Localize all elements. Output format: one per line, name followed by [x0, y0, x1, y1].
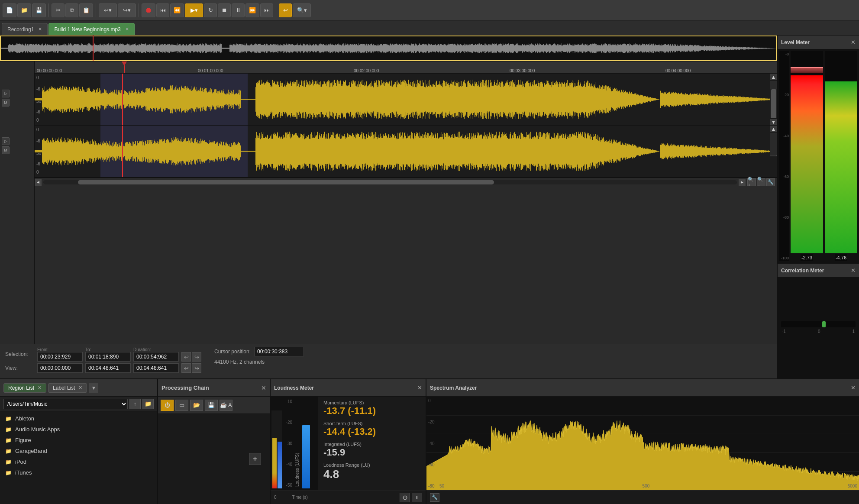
- level-value-right: -4.76: [835, 254, 847, 261]
- spectrum-tool-btn[interactable]: 🔧: [430, 493, 439, 502]
- scroll-up-bot[interactable]: ▲: [770, 126, 777, 132]
- zoom-out-h[interactable]: 🔍−: [757, 178, 765, 186]
- file-item-ableton[interactable]: 📁 Ableton: [0, 413, 157, 424]
- proc-close[interactable]: ✕: [261, 384, 266, 391]
- proc-save-btn[interactable]: 💾: [205, 400, 218, 411]
- cut-button[interactable]: ✂: [52, 3, 65, 17]
- track-mute-button-2[interactable]: M: [2, 146, 10, 154]
- save-button[interactable]: 💾: [32, 3, 46, 17]
- redo-sel-btn[interactable]: ↪: [192, 352, 201, 362]
- track-mute-button[interactable]: M: [2, 99, 10, 107]
- h-scrollbar-area: ◄ ► 🔍+ 🔍− 🔧: [35, 178, 777, 186]
- file-item-garageband[interactable]: 📁 GarageBand: [0, 446, 157, 456]
- correlation-meter-close[interactable]: ✕: [851, 267, 856, 274]
- path-folder-btn[interactable]: 📁: [142, 399, 154, 409]
- metric-momentary-value: -13.7 (-11.1): [323, 405, 420, 417]
- ruler-mark-4: 00:04:00:000: [665, 68, 691, 73]
- open-button[interactable]: 📁: [17, 3, 31, 17]
- level-value-left: -2.73: [801, 254, 813, 261]
- track-scrollbar-v-bot[interactable]: ▲: [770, 126, 777, 155]
- waveform-overview[interactable]: [0, 36, 777, 61]
- ruler-mark-3: 00:03:00:000: [510, 68, 535, 73]
- from-input[interactable]: 00:00:23:929: [37, 352, 83, 362]
- level-meter-close[interactable]: ✕: [851, 39, 856, 45]
- to-input[interactable]: 00:01:18:890: [85, 352, 131, 362]
- new-button[interactable]: 📄: [3, 3, 16, 17]
- h-scroll-right-btn[interactable]: ►: [739, 179, 746, 186]
- record-button[interactable]: ⏺: [142, 3, 155, 17]
- scroll-up-top[interactable]: ▲: [770, 74, 777, 81]
- tab-close-recording1[interactable]: ✕: [38, 26, 42, 32]
- label-list-tab[interactable]: Label List ✕: [48, 383, 87, 393]
- loop-button[interactable]: ↻: [204, 3, 217, 17]
- region-list-tab[interactable]: Region List ✕: [3, 383, 46, 393]
- track-arm-button[interactable]: ▷: [2, 90, 10, 97]
- loudness-pause-btn[interactable]: ⏸: [412, 493, 422, 502]
- paste-button[interactable]: 📋: [79, 3, 93, 17]
- duration-input[interactable]: 00:00:54:962: [133, 352, 179, 362]
- loudness-close[interactable]: ✕: [417, 384, 422, 391]
- undo-sel-btn[interactable]: ↩: [181, 352, 191, 362]
- track-arm-button-2[interactable]: ▷: [2, 137, 10, 145]
- panel-dropdown-btn[interactable]: ▼: [89, 383, 98, 393]
- proc-extra-btn[interactable]: ☕ A: [220, 400, 233, 411]
- path-select[interactable]: /Users/Tim/Music: [3, 399, 128, 409]
- undo-button[interactable]: ↩▾: [99, 3, 117, 17]
- file-item-audiomusic[interactable]: 📁 Audio Music Apps: [0, 424, 157, 435]
- rewind-button[interactable]: ⏪: [170, 3, 184, 17]
- edit-group: ✂ ⧉ 📋: [52, 3, 96, 17]
- undo-view-btn[interactable]: ↩: [181, 363, 191, 373]
- redo-view-btn[interactable]: ↪: [192, 363, 201, 373]
- lufs-visual-canvas: [271, 410, 282, 488]
- tab-recording1[interactable]: Recording1 ✕: [2, 23, 48, 35]
- play-button[interactable]: ▶▾: [185, 3, 203, 17]
- file-name-figure: Figure: [15, 437, 31, 443]
- h-scroll-thumb[interactable]: [78, 180, 494, 184]
- h-scroll-left-btn[interactable]: ◄: [35, 179, 42, 186]
- scroll-down-top[interactable]: ▼: [770, 118, 777, 125]
- region-list-close[interactable]: ✕: [38, 385, 42, 391]
- forward-button[interactable]: ⏩: [245, 3, 259, 17]
- scale-n20: -20: [779, 93, 789, 97]
- view-to-input[interactable]: [85, 363, 131, 373]
- cursor-input[interactable]: [254, 347, 304, 356]
- scale-0-bot: 0: [36, 127, 39, 132]
- spectrum-close[interactable]: ✕: [851, 384, 856, 391]
- correlation-labels: -1 0 1: [781, 329, 856, 334]
- tab-close-build1[interactable]: ✕: [125, 26, 129, 32]
- pause-button[interactable]: ⏸: [232, 3, 245, 17]
- loud-scale-n20: -20: [283, 420, 292, 425]
- timeline-ruler[interactable]: 00:00:00:000 00:01:00:000 00:02:00:000 0…: [35, 61, 777, 74]
- file-item-figure[interactable]: 📁 Figure: [0, 435, 157, 446]
- file-list[interactable]: 📁 Ableton 📁 Audio Music Apps 📁 Figure 📁 …: [0, 411, 157, 504]
- snap-button[interactable]: ↩: [279, 3, 292, 17]
- skip-start-button[interactable]: ⏮: [156, 3, 169, 17]
- metric-momentary-label: Momentary (LUFS): [323, 400, 420, 405]
- skip-end-button[interactable]: ⏭: [260, 3, 273, 17]
- file-item-itunes[interactable]: 📁 iTunes: [0, 467, 157, 478]
- track-scrollbar-v-top[interactable]: ▲ ▼: [770, 74, 777, 125]
- proc-header: Processing Chain ✕: [158, 379, 270, 397]
- h-scroll-track[interactable]: [43, 180, 737, 184]
- loudness-power-btn[interactable]: ⏻: [400, 493, 410, 502]
- zoom-button[interactable]: 🔍▾: [293, 3, 311, 17]
- file-item-ipod[interactable]: 📁 iPod: [0, 456, 157, 467]
- view-from-input[interactable]: [37, 363, 83, 373]
- proc-open-btn[interactable]: 📂: [190, 400, 203, 411]
- path-up-btn[interactable]: ↑: [129, 399, 141, 409]
- proc-power-btn[interactable]: ⏻: [161, 400, 174, 411]
- proc-new-btn[interactable]: ▭: [175, 400, 188, 411]
- proc-add-button[interactable]: +: [249, 453, 261, 465]
- view-dur-input[interactable]: [133, 363, 179, 373]
- label-list-close[interactable]: ✕: [78, 385, 82, 391]
- track-lane-top[interactable]: 0 -6 -∞ -6 0 ▲ ▼: [35, 74, 777, 126]
- redo-button[interactable]: ↪▾: [118, 3, 136, 17]
- track-lane-bottom[interactable]: 0 -6 -∞ -6 0 + − ▲: [35, 126, 777, 178]
- zoom-tool[interactable]: 🔧: [766, 178, 775, 186]
- level-meter-content: -8 -20 -40 -60 -80 -100 -2.73: [778, 49, 859, 263]
- zoom-in-h[interactable]: 🔍+: [747, 178, 756, 186]
- stop-button[interactable]: ⏹: [218, 3, 231, 17]
- copy-button[interactable]: ⧉: [65, 3, 78, 17]
- selection-group: Selection: From: 00:00:23:929 To: 00:01:…: [5, 347, 201, 373]
- tab-build1[interactable]: Build 1 New Beginnings.mp3 ✕: [48, 23, 134, 35]
